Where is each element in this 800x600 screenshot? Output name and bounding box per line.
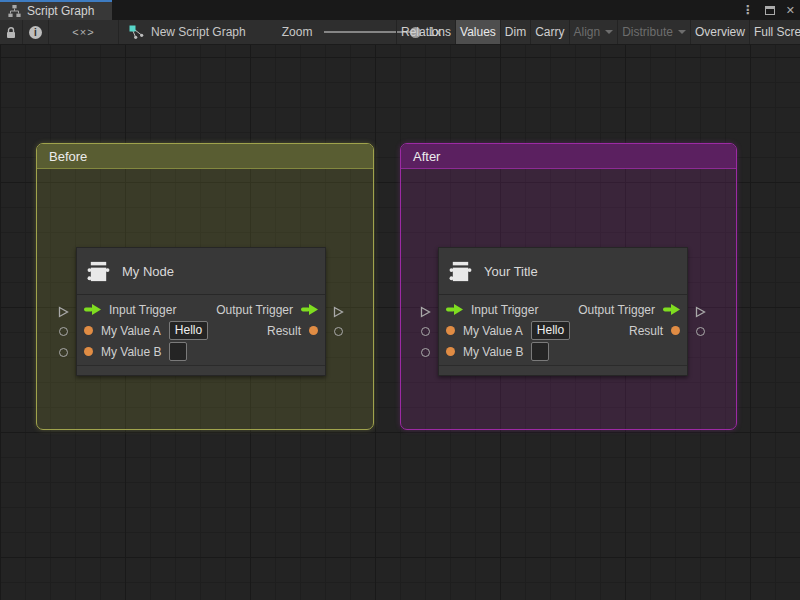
external-value-a-port[interactable] — [59, 327, 68, 336]
fullscreen-button[interactable]: Full Screen — [749, 20, 800, 44]
external-value-b-port[interactable] — [59, 348, 68, 357]
node-title: Your Title — [484, 264, 538, 279]
tab-script-graph[interactable]: Script Graph — [0, 0, 112, 20]
unit-icon — [448, 259, 473, 284]
value-port-icon[interactable] — [84, 326, 93, 335]
value-a-row: My Value A Hello Result — [77, 320, 325, 341]
external-flow-output-port[interactable] — [695, 304, 706, 322]
align-dropdown[interactable]: Align — [569, 20, 618, 44]
node-footer — [77, 365, 325, 375]
value-port-icon[interactable] — [446, 326, 455, 335]
result-label: Result — [629, 324, 663, 338]
value-a-label: My Value A — [101, 324, 161, 338]
value-b-row: My Value B — [439, 341, 687, 362]
value-port-icon[interactable] — [446, 347, 455, 356]
node-header[interactable]: My Node — [77, 248, 325, 295]
maximize-icon[interactable] — [765, 6, 775, 15]
external-value-a-port[interactable] — [421, 327, 430, 336]
align-label: Align — [574, 25, 601, 39]
new-graph-label: New Script Graph — [151, 25, 246, 39]
flow-arrow-icon[interactable] — [663, 304, 680, 315]
node-header[interactable]: Your Title — [439, 248, 687, 295]
flow-arrow-icon[interactable] — [84, 304, 101, 315]
value-a-field[interactable]: Hello — [169, 321, 208, 340]
graph-hierarchy-icon — [8, 5, 21, 17]
lock-button[interactable] — [0, 20, 23, 44]
close-icon[interactable]: ✕ — [786, 4, 795, 17]
flow-arrow-icon[interactable] — [301, 304, 318, 315]
external-value-b-port[interactable] — [421, 348, 430, 357]
group-title: After — [413, 149, 440, 164]
group-before-header[interactable]: Before — [37, 144, 373, 169]
overview-button[interactable]: Overview — [690, 20, 749, 44]
node-body: Input Trigger Output Trigger My Value A … — [77, 295, 325, 365]
value-port-icon[interactable] — [84, 347, 93, 356]
external-flow-input-port[interactable] — [420, 304, 431, 322]
external-result-port[interactable] — [696, 327, 705, 336]
chevron-down-icon — [605, 30, 613, 34]
code-preview-button[interactable]: <×> — [49, 20, 119, 44]
value-port-icon[interactable] — [671, 326, 680, 335]
value-a-row: My Value A Hello Result — [439, 320, 687, 341]
output-trigger-label: Output Trigger — [578, 303, 655, 317]
unit-icon — [86, 259, 111, 284]
node-my-node[interactable]: My Node Input Trigger Output Trigger — [76, 247, 326, 376]
values-toggle[interactable]: Values — [455, 20, 500, 44]
value-b-row: My Value B — [77, 341, 325, 362]
input-trigger-label: Input Trigger — [109, 303, 176, 317]
chevron-down-icon — [678, 30, 686, 34]
distribute-dropdown[interactable]: Distribute — [617, 20, 690, 44]
window-menu-icon[interactable]: ⋮ — [742, 3, 754, 17]
external-flow-output-port[interactable] — [333, 304, 344, 322]
value-a-field[interactable]: Hello — [531, 321, 570, 340]
info-icon: i — [29, 26, 42, 39]
window-controls: ⋮ ✕ — [742, 0, 795, 20]
node-body: Input Trigger Output Trigger My Value A … — [439, 295, 687, 365]
script-graph-window: Script Graph ⋮ ✕ i <×> — [0, 0, 800, 600]
value-b-label: My Value B — [101, 345, 161, 359]
zoom-label: Zoom — [282, 25, 313, 39]
output-trigger-label: Output Trigger — [216, 303, 293, 317]
dim-toggle[interactable]: Dim — [500, 20, 530, 44]
carry-toggle[interactable]: Carry — [530, 20, 568, 44]
inspect-button[interactable]: i — [23, 20, 49, 44]
group-after-header[interactable]: After — [401, 144, 736, 169]
node-title: My Node — [122, 264, 174, 279]
tab-title: Script Graph — [27, 4, 94, 18]
code-toggle-label: <×> — [72, 26, 94, 38]
graph-toolbar: i <×> New Script Graph Zoom — [0, 20, 800, 45]
trigger-row: Input Trigger Output Trigger — [439, 299, 687, 320]
group-title: Before — [49, 149, 87, 164]
trigger-row: Input Trigger Output Trigger — [77, 299, 325, 320]
external-result-port[interactable] — [334, 327, 343, 336]
node-footer — [439, 365, 687, 375]
toolbar-left: i <×> New Script Graph Zoom — [0, 20, 441, 44]
flow-arrow-icon[interactable] — [446, 304, 463, 315]
new-graph-icon — [129, 25, 144, 39]
tab-bar: Script Graph ⋮ ✕ — [0, 0, 800, 20]
result-label: Result — [267, 324, 301, 338]
value-port-icon[interactable] — [309, 326, 318, 335]
distribute-label: Distribute — [622, 25, 673, 39]
toolbar-right: Relations Values Dim Carry Align Distrib… — [396, 20, 800, 44]
external-flow-input-port[interactable] — [58, 304, 69, 322]
node-your-title[interactable]: Your Title Input Trigger Output Trigger — [438, 247, 688, 376]
input-trigger-label: Input Trigger — [471, 303, 538, 317]
value-a-label: My Value A — [463, 324, 523, 338]
relations-toggle[interactable]: Relations — [396, 20, 455, 44]
value-b-field[interactable] — [531, 342, 549, 361]
new-script-graph-button[interactable]: New Script Graph — [119, 20, 256, 44]
lock-icon — [5, 26, 17, 39]
value-b-field[interactable] — [169, 342, 187, 361]
value-b-label: My Value B — [463, 345, 523, 359]
